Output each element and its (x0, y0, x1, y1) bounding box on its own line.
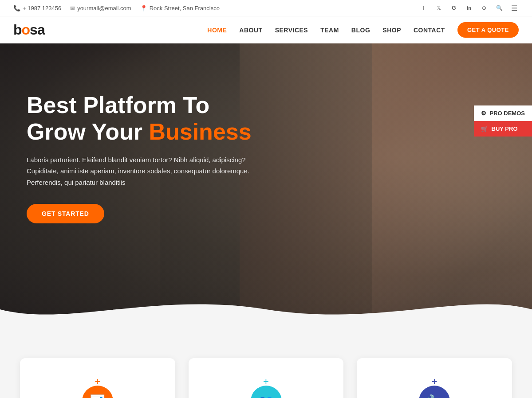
email-address: yourmail@email.com (77, 5, 131, 12)
services-section: + 📊 + 👥 + 🔧 (0, 327, 532, 398)
gear-icon: ⚙ (481, 110, 486, 117)
service-card-1: + 📊 (20, 358, 175, 398)
nav-shop[interactable]: SHOP (382, 27, 401, 34)
top-bar: 📞 + 1987 123456 ✉ yourmail@email.com 📍 R… (0, 0, 532, 16)
phone-icon: 📞 (13, 5, 20, 12)
twitter-icon[interactable]: 𝕏 (434, 4, 443, 12)
nav-blog[interactable]: BLOG (351, 27, 370, 34)
buy-pro-button[interactable]: 🛒 BUY PRO (474, 121, 532, 137)
get-quote-button[interactable]: GET A QUOTE (457, 22, 519, 38)
top-bar-contact-info: 📞 + 1987 123456 ✉ yourmail@email.com 📍 R… (13, 5, 220, 12)
service-cards-row: + 📊 + 👥 + 🔧 (13, 358, 519, 398)
email-info: ✉ yourmail@email.com (70, 5, 131, 12)
phone-number: + 1987 123456 (23, 5, 61, 12)
menu-icon[interactable]: ☰ (510, 4, 519, 12)
hero-section: Best Platform To Grow Your Business Labo… (0, 43, 532, 327)
card-icon-3: 🔧 (419, 386, 450, 398)
people-icon: 👥 (258, 394, 274, 398)
logo[interactable]: bosa (13, 22, 45, 38)
hero-title-line1: Best Platform To (27, 92, 209, 118)
address-info: 📍 Rock Street, San Francisco (140, 5, 220, 12)
hero-wave (0, 292, 532, 327)
nav-contact[interactable]: CONTACT (414, 27, 445, 34)
hero-content: Best Platform To Grow Your Business Labo… (0, 43, 311, 250)
navbar: bosa HOME ABOUT SERVICES TEAM BLOG SHOP … (0, 16, 532, 43)
phone-info: 📞 + 1987 123456 (13, 5, 61, 12)
location-icon: 📍 (140, 5, 147, 12)
nav-home[interactable]: HOME (207, 27, 227, 34)
chart-icon: 📊 (90, 394, 105, 398)
get-started-button[interactable]: GET STARTED (27, 204, 104, 223)
social-links: f 𝕏 G in ⊙ 🔍 ☰ (419, 4, 519, 12)
nav-team[interactable]: TEAM (320, 27, 339, 34)
hero-title-highlight: Business (149, 119, 251, 144)
instagram-icon[interactable]: ⊙ (480, 4, 489, 12)
hero-title: Best Platform To Grow Your Business (27, 92, 284, 145)
nav-links: HOME ABOUT SERVICES TEAM BLOG SHOP CONTA… (207, 22, 519, 38)
service-card-2: + 👥 (189, 358, 344, 398)
address-text: Rock Street, San Francisco (150, 5, 220, 12)
hero-description: Laboris parturient. Eleifend blandit ven… (27, 154, 266, 188)
pro-demos-button[interactable]: ⚙ PRO DEMOS (474, 105, 532, 121)
hero-title-line2-pre: Grow Your (27, 119, 149, 144)
pro-demos-label: PRO DEMOS (490, 110, 525, 117)
email-icon: ✉ (70, 5, 75, 12)
buy-pro-label: BUY PRO (492, 125, 518, 132)
facebook-icon[interactable]: f (419, 4, 428, 12)
service-card-3: + 🔧 (357, 358, 512, 398)
pro-sidebar: ⚙ PRO DEMOS 🛒 BUY PRO (474, 105, 532, 137)
card-icon-2: 👥 (251, 386, 282, 398)
google-icon[interactable]: G (449, 4, 458, 12)
nav-about[interactable]: ABOUT (239, 27, 262, 34)
search-icon[interactable]: 🔍 (495, 4, 504, 12)
card-icon-1: 📊 (82, 386, 113, 398)
tools-icon: 🔧 (427, 394, 442, 398)
cart-icon: 🛒 (481, 125, 488, 132)
nav-services[interactable]: SERVICES (275, 27, 308, 34)
linkedin-icon[interactable]: in (465, 4, 473, 12)
logo-o: o (22, 22, 30, 38)
